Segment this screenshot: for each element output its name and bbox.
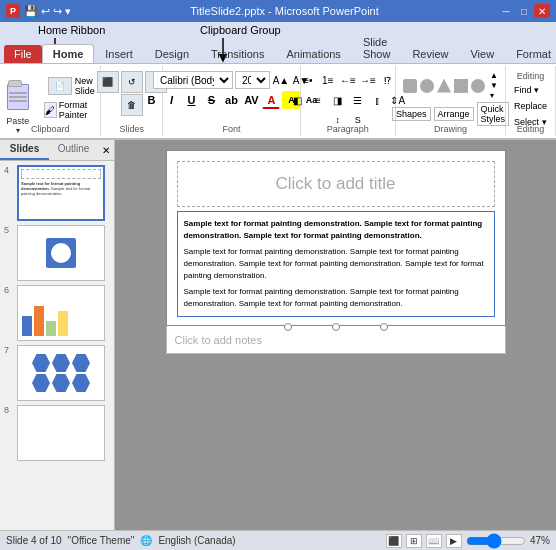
clipboard-label: Clipboard xyxy=(0,124,100,134)
tab-animations[interactable]: Animations xyxy=(275,44,351,63)
status-left: Slide 4 of 10 "Office Theme" 🌐 English (… xyxy=(6,535,236,546)
minimize-btn[interactable]: ─ xyxy=(498,4,514,18)
status-right: ⬛ ⊞ 📖 ▶ 47% xyxy=(386,534,550,548)
replace-btn[interactable]: Replace xyxy=(509,99,552,113)
slide-img-5 xyxy=(17,225,105,281)
increase-indent-btn[interactable]: →≡ xyxy=(359,71,377,89)
normal-paragraph-1: Sample text for format painting demonstr… xyxy=(184,246,488,282)
editing-group-label: Editing xyxy=(506,124,555,134)
slide-panel: Slides Outline ✕ 4 Sample text for forma… xyxy=(0,140,115,530)
bullets-btn[interactable]: ≡• xyxy=(299,71,317,89)
columns-btn[interactable]: ⫿ xyxy=(369,91,387,109)
shapes-more[interactable]: ▾ xyxy=(490,91,498,100)
find-btn[interactable]: Find ▾ xyxy=(509,83,552,97)
font-name-select[interactable]: Calibri (Body) xyxy=(153,71,233,89)
close-btn[interactable]: ✕ xyxy=(534,4,550,18)
align-left-btn[interactable]: ◧ xyxy=(289,91,307,109)
delete-btn[interactable]: 🗑 xyxy=(121,94,143,116)
shapes-scroll-down[interactable]: ▼ xyxy=(490,81,498,90)
selection-handles xyxy=(284,323,388,331)
align-right-btn[interactable]: ◨ xyxy=(329,91,347,109)
zoom-level: 47% xyxy=(530,535,550,546)
italic-btn[interactable]: I xyxy=(162,91,180,109)
tab-insert[interactable]: Insert xyxy=(94,44,144,63)
shapes-scroll-up[interactable]: ▲ xyxy=(490,71,498,80)
slide-thumb-6[interactable]: 6 xyxy=(4,285,110,341)
tab-slideshow[interactable]: Slide Show xyxy=(352,32,402,63)
font-label: Font xyxy=(163,124,299,134)
shadow-btn[interactable]: ab xyxy=(222,91,240,109)
font-color-btn[interactable]: A xyxy=(262,91,280,109)
font-size-select[interactable]: 20 xyxy=(235,71,270,89)
slide-thumb-4[interactable]: 4 Sample text for format painting demons… xyxy=(4,165,110,221)
status-bar: Slide 4 of 10 "Office Theme" 🌐 English (… xyxy=(0,530,556,550)
content-area[interactable]: Sample text for format painting demonstr… xyxy=(177,211,495,317)
arrange-btn[interactable]: Arrange xyxy=(434,107,474,121)
qa-redo[interactable]: ↪ xyxy=(53,5,62,18)
reading-view-btn[interactable]: 📖 xyxy=(426,534,442,548)
language-info: English (Canada) xyxy=(158,535,235,546)
slide-sorter-btn[interactable]: ⊞ xyxy=(406,534,422,548)
editing-label-inline: Editing xyxy=(517,71,545,81)
char-spacing-btn[interactable]: AV xyxy=(242,91,260,109)
paragraph-label: Paragraph xyxy=(301,124,395,134)
tab-design[interactable]: Design xyxy=(144,44,200,63)
reset-btn[interactable]: ↺ xyxy=(121,71,143,93)
language-icon: 🌐 xyxy=(140,535,152,546)
decrease-indent-btn[interactable]: ←≡ xyxy=(339,71,357,89)
underline-btn[interactable]: U xyxy=(182,91,200,109)
numbering-btn[interactable]: 1≡ xyxy=(319,71,337,89)
qa-undo[interactable]: ↩ xyxy=(41,5,50,18)
font-group: Calibri (Body) 20 A▲ A▼ B I U S ab AV A xyxy=(163,66,300,136)
slide-canvas[interactable]: Click to add title Sample text for forma… xyxy=(166,150,506,326)
theme-info: "Office Theme" xyxy=(68,535,135,546)
layout-btn[interactable]: ⬛ xyxy=(97,71,119,93)
slide-img-6 xyxy=(17,285,105,341)
slide-img-4: Sample text for format painting demonstr… xyxy=(17,165,105,221)
clipboard-group: Paste ▾ 📄 NewSlide ▾ 🖌 Format Painter Cl… xyxy=(0,66,101,136)
slide-thumb-8[interactable]: 8 xyxy=(4,405,110,461)
slide-img-8 xyxy=(17,405,105,461)
strikethrough-btn[interactable]: S xyxy=(202,91,220,109)
app-body: Slides Outline ✕ 4 Sample text for forma… xyxy=(0,140,556,530)
shapes-gallery[interactable] xyxy=(403,79,487,93)
quick-styles-btn[interactable]: QuickStyles xyxy=(477,102,510,126)
editing-group: Editing Find ▾ Replace Select ▾ Editing xyxy=(506,66,556,136)
tab-file[interactable]: File xyxy=(4,45,42,63)
slides-label: Slides xyxy=(101,124,162,134)
handle-bottom-right[interactable] xyxy=(380,323,388,331)
tab-home[interactable]: Home xyxy=(42,44,95,63)
window-title: TitleSlide2.pptx - Microsoft PowerPoint xyxy=(190,5,379,17)
maximize-btn[interactable]: □ xyxy=(516,4,532,18)
app-icon: P xyxy=(6,4,20,18)
normal-paragraph-2: Sample text for format painting demonstr… xyxy=(184,286,488,310)
tab-review[interactable]: Review xyxy=(401,44,459,63)
main-editor: Click to add title Sample text for forma… xyxy=(115,140,556,530)
new-slide-label: NewSlide xyxy=(75,76,95,96)
title-placeholder[interactable]: Click to add title xyxy=(177,161,495,207)
qa-save[interactable]: 💾 xyxy=(24,5,38,18)
slide-num-6: 6 xyxy=(4,285,14,295)
justify-btn[interactable]: ☰ xyxy=(349,91,367,109)
align-center-btn[interactable]: ≡ xyxy=(309,91,327,109)
handle-bottom-left[interactable] xyxy=(284,323,292,331)
bold-btn[interactable]: B xyxy=(142,91,160,109)
slide-num-4: 4 xyxy=(4,165,14,175)
handle-bottom-center[interactable] xyxy=(332,323,340,331)
tab-view[interactable]: View xyxy=(459,44,505,63)
slide-num-5: 5 xyxy=(4,225,14,235)
tab-format[interactable]: Format xyxy=(505,44,556,63)
slideshow-btn[interactable]: ▶ xyxy=(446,534,462,548)
zoom-slider[interactable] xyxy=(466,535,526,547)
increase-font-btn[interactable]: A▲ xyxy=(272,71,290,89)
drawing-label: Drawing xyxy=(396,124,505,134)
slide-thumb-5[interactable]: 5 xyxy=(4,225,110,281)
slide-thumbnails: 4 Sample text for format painting demons… xyxy=(0,161,114,530)
shapes-btn[interactable]: Shapes xyxy=(392,107,431,121)
slide-num-7: 7 xyxy=(4,345,14,355)
normal-view-btn[interactable]: ⬛ xyxy=(386,534,402,548)
tab-transitions[interactable]: Transitions xyxy=(200,44,275,63)
slide-img-7 xyxy=(17,345,105,401)
qa-down[interactable]: ▾ xyxy=(65,5,71,18)
slide-thumb-7[interactable]: 7 xyxy=(4,345,110,401)
